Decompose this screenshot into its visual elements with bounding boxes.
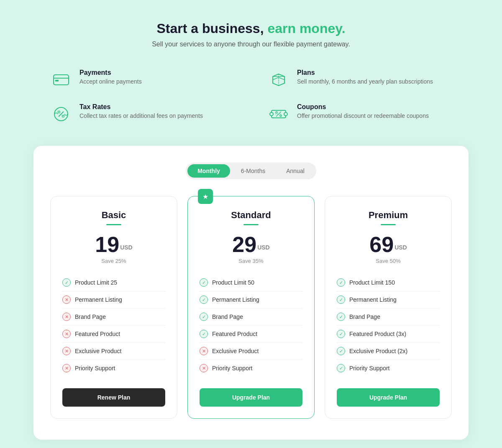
feature-row: ✕Exclusive Product bbox=[62, 343, 165, 360]
feature-plans-text: Plans Sell monthly, 6 months and yearly … bbox=[297, 69, 433, 85]
hero-title: Start a business, earn money. bbox=[33, 21, 469, 36]
check-yes-icon: ✓ bbox=[337, 295, 345, 304]
check-no-icon: ✕ bbox=[200, 347, 208, 355]
hero-subtitle: Sell your services to anyone through our… bbox=[33, 41, 469, 48]
svg-point-11 bbox=[280, 115, 282, 117]
feature-payments-text: Payments Accept online payments bbox=[79, 69, 142, 85]
hero-title-accent: earn money. bbox=[267, 21, 345, 36]
feature-label: Brand Page bbox=[212, 313, 243, 320]
plan-standard-price: 29USD bbox=[200, 234, 302, 255]
toggle-6months[interactable]: 6-Months bbox=[231, 164, 275, 178]
plan-premium-name: Premium bbox=[337, 210, 440, 221]
tax-icon bbox=[50, 103, 72, 125]
check-no-icon: ✕ bbox=[62, 330, 71, 338]
check-no-icon: ✕ bbox=[62, 295, 71, 304]
check-yes-icon: ✓ bbox=[337, 347, 345, 355]
feature-label: Priority Support bbox=[75, 365, 115, 372]
plan-premium-amount: 69 bbox=[369, 232, 394, 257]
plan-premium-currency: USD bbox=[394, 244, 407, 251]
feature-coupons-desc: Offer promotional discount or redeemable… bbox=[297, 112, 429, 119]
page-wrapper: Start a business, earn money. Sell your … bbox=[0, 0, 502, 448]
plan-basic-price: 19USD bbox=[62, 234, 165, 255]
feature-row: ✕Priority Support bbox=[200, 360, 302, 377]
plan-standard-name: Standard bbox=[200, 210, 302, 221]
feature-row: ✓Permanent Listing bbox=[200, 291, 302, 308]
check-yes-icon: ✓ bbox=[337, 364, 345, 372]
feature-row: ✕Exclusive Product bbox=[200, 343, 302, 360]
toggle-monthly[interactable]: Monthly bbox=[187, 164, 230, 178]
feature-label: Brand Page bbox=[75, 313, 106, 320]
feature-coupons-text: Coupons Offer promotional discount or re… bbox=[297, 103, 429, 119]
check-no-icon: ✕ bbox=[62, 364, 71, 372]
feature-row: ✕Permanent Listing bbox=[62, 291, 165, 308]
plan-basic: Basic 19USD Save 25% ✓Product Limit 25 ✕… bbox=[50, 196, 177, 419]
feature-label: Product Limit 150 bbox=[349, 279, 395, 286]
svg-point-4 bbox=[58, 111, 60, 113]
plan-premium-save: Save 50% bbox=[337, 258, 440, 264]
plan-basic-save: Save 25% bbox=[62, 258, 165, 264]
features-grid: Payments Accept online payments Plans Se… bbox=[33, 69, 469, 125]
feature-row: ✓Priority Support bbox=[337, 360, 440, 377]
check-yes-icon: ✓ bbox=[337, 313, 345, 321]
plan-premium-price: 69USD bbox=[337, 234, 440, 255]
plan-basic-amount: 19 bbox=[95, 232, 119, 257]
feature-label: Priority Support bbox=[212, 365, 252, 372]
feature-row: ✓Permanent Listing bbox=[337, 291, 440, 308]
feature-row: ✓Brand Page bbox=[337, 308, 440, 326]
feature-row: ✓Product Limit 25 bbox=[62, 274, 165, 291]
feature-tax-text: Tax Rates Collect tax rates or additiona… bbox=[79, 103, 203, 119]
plan-basic-name: Basic bbox=[62, 210, 165, 221]
svg-point-7 bbox=[270, 112, 273, 116]
feature-label: Featured Product bbox=[75, 331, 120, 337]
plan-basic-currency: USD bbox=[120, 244, 133, 251]
coupon-icon bbox=[268, 103, 289, 125]
feature-label: Featured Product (3x) bbox=[349, 331, 406, 337]
feature-label: Brand Page bbox=[349, 313, 380, 320]
plan-basic-button[interactable]: Renew Plan bbox=[62, 388, 165, 407]
check-no-icon: ✕ bbox=[62, 347, 71, 355]
featured-star-badge: ★ bbox=[198, 189, 213, 204]
pricing-container: Monthly 6-Months Annual Basic 19USD Save… bbox=[33, 146, 469, 440]
feature-label: Product Limit 25 bbox=[75, 279, 117, 286]
plan-standard-amount: 29 bbox=[232, 232, 256, 257]
feature-row: ✓Exclusive Product (2x) bbox=[337, 343, 440, 360]
feature-payments-desc: Accept online payments bbox=[79, 78, 142, 85]
plan-basic-features: ✓Product Limit 25 ✕Permanent Listing ✕Br… bbox=[62, 274, 165, 377]
feature-plans-desc: Sell monthly, 6 months and yearly plan s… bbox=[297, 78, 433, 85]
feature-row: ✓Brand Page bbox=[200, 308, 302, 326]
check-yes-icon: ✓ bbox=[337, 330, 345, 338]
feature-row: ✓Product Limit 150 bbox=[337, 274, 440, 291]
feature-plans-title: Plans bbox=[297, 69, 433, 76]
feature-label: Exclusive Product bbox=[212, 348, 259, 354]
billing-toggle-wrapper: Monthly 6-Months Annual bbox=[50, 163, 452, 179]
plan-standard-save: Save 35% bbox=[200, 258, 302, 264]
plans-grid: Basic 19USD Save 25% ✓Product Limit 25 ✕… bbox=[50, 196, 452, 419]
check-no-icon: ✕ bbox=[62, 313, 71, 321]
feature-tax: Tax Rates Collect tax rates or additiona… bbox=[50, 103, 234, 125]
check-yes-icon: ✓ bbox=[337, 278, 345, 287]
plan-premium-button[interactable]: Upgrade Plan bbox=[337, 388, 440, 407]
feature-label: Permanent Listing bbox=[212, 296, 259, 303]
hero-section: Start a business, earn money. Sell your … bbox=[33, 21, 469, 48]
check-yes-icon: ✓ bbox=[200, 330, 208, 338]
feature-row: ✓Featured Product bbox=[200, 326, 302, 343]
svg-point-10 bbox=[276, 112, 277, 113]
hero-title-part1: Start a business, bbox=[156, 21, 264, 36]
feature-payments: Payments Accept online payments bbox=[50, 69, 234, 91]
credit-card-icon bbox=[50, 69, 72, 91]
plan-standard-button[interactable]: Upgrade Plan bbox=[200, 388, 302, 407]
svg-rect-2 bbox=[55, 80, 59, 81]
feature-label: Featured Product bbox=[212, 331, 257, 337]
feature-payments-title: Payments bbox=[79, 69, 142, 76]
box-icon bbox=[268, 69, 289, 91]
plan-standard-currency: USD bbox=[257, 244, 270, 251]
check-yes-icon: ✓ bbox=[62, 278, 71, 287]
plan-basic-underline bbox=[106, 224, 121, 225]
check-yes-icon: ✓ bbox=[200, 295, 208, 304]
plan-premium-underline bbox=[381, 224, 396, 225]
svg-point-8 bbox=[284, 112, 287, 116]
toggle-annual[interactable]: Annual bbox=[276, 164, 315, 178]
billing-toggle: Monthly 6-Months Annual bbox=[186, 163, 316, 179]
check-no-icon: ✕ bbox=[200, 364, 208, 372]
feature-label: Priority Support bbox=[349, 365, 389, 372]
